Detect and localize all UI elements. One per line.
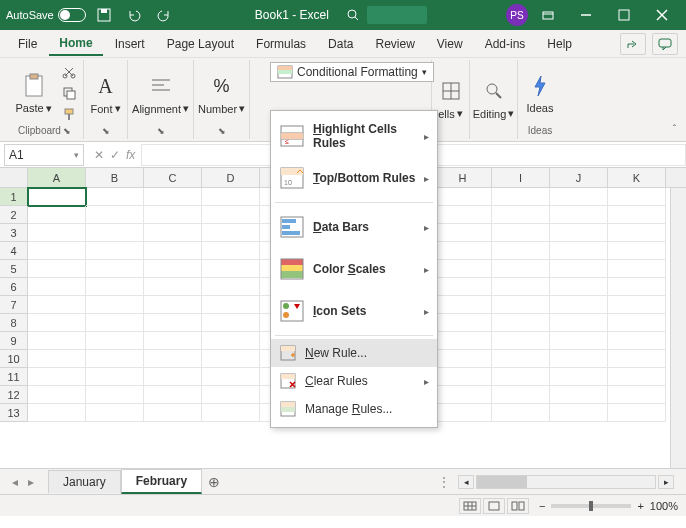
column-header[interactable]: D — [202, 168, 260, 187]
cell[interactable] — [608, 404, 666, 422]
cell[interactable] — [28, 314, 86, 332]
cell[interactable] — [28, 296, 86, 314]
cell[interactable] — [608, 332, 666, 350]
cell[interactable] — [550, 368, 608, 386]
cell[interactable] — [550, 206, 608, 224]
cell[interactable] — [608, 350, 666, 368]
cell[interactable] — [86, 260, 144, 278]
cell[interactable] — [550, 242, 608, 260]
cell[interactable] — [434, 296, 492, 314]
horizontal-scrollbar[interactable] — [476, 475, 656, 489]
search-input[interactable] — [367, 6, 427, 24]
cell[interactable] — [492, 404, 550, 422]
row-header[interactable]: 5 — [0, 260, 28, 278]
sheet-tab-january[interactable]: January — [48, 470, 121, 493]
cell[interactable] — [144, 314, 202, 332]
autosave-toggle[interactable]: AutoSave — [6, 8, 86, 22]
font-group-button[interactable]: AFont▾ — [87, 70, 125, 117]
toggle-off-icon[interactable] — [58, 8, 86, 22]
cell[interactable] — [28, 260, 86, 278]
cell[interactable] — [144, 386, 202, 404]
cell[interactable] — [550, 386, 608, 404]
cell[interactable] — [434, 404, 492, 422]
cell[interactable] — [144, 404, 202, 422]
cell[interactable] — [144, 350, 202, 368]
column-header[interactable]: H — [434, 168, 492, 187]
comments-icon[interactable] — [652, 33, 678, 55]
cell[interactable] — [434, 242, 492, 260]
cell[interactable] — [202, 314, 260, 332]
row-header[interactable]: 1 — [0, 188, 28, 206]
cell[interactable] — [86, 386, 144, 404]
row-header[interactable]: 13 — [0, 404, 28, 422]
redo-icon[interactable] — [152, 3, 176, 27]
cell[interactable] — [492, 260, 550, 278]
cell[interactable] — [28, 188, 86, 206]
cell[interactable] — [28, 368, 86, 386]
cell[interactable] — [28, 242, 86, 260]
cell[interactable] — [434, 350, 492, 368]
cell[interactable] — [608, 242, 666, 260]
cell[interactable] — [202, 224, 260, 242]
cut-icon[interactable] — [60, 63, 78, 81]
cell[interactable] — [202, 350, 260, 368]
cell[interactable] — [202, 242, 260, 260]
menu-addins[interactable]: Add-ins — [475, 33, 536, 55]
ideas-button[interactable]: Ideas — [522, 70, 558, 116]
cell[interactable] — [434, 368, 492, 386]
cell[interactable] — [202, 368, 260, 386]
cell[interactable] — [550, 188, 608, 206]
share-icon[interactable] — [620, 33, 646, 55]
cell[interactable] — [434, 386, 492, 404]
page-layout-view-icon[interactable] — [483, 498, 505, 514]
dialog-launcher-icon[interactable]: ⬊ — [102, 126, 110, 136]
cell[interactable] — [86, 404, 144, 422]
cell[interactable] — [608, 314, 666, 332]
cell[interactable] — [434, 260, 492, 278]
row-header[interactable]: 9 — [0, 332, 28, 350]
zoom-level[interactable]: 100% — [650, 500, 678, 512]
cell[interactable] — [492, 368, 550, 386]
menu-view[interactable]: View — [427, 33, 473, 55]
cell[interactable] — [144, 206, 202, 224]
cell[interactable] — [144, 296, 202, 314]
cell[interactable] — [550, 224, 608, 242]
minimize-icon[interactable] — [568, 0, 604, 30]
cell[interactable] — [202, 296, 260, 314]
cell[interactable] — [492, 188, 550, 206]
cell[interactable] — [28, 350, 86, 368]
cell[interactable] — [86, 368, 144, 386]
cell[interactable] — [28, 224, 86, 242]
paste-button[interactable]: Paste▾ — [11, 70, 55, 117]
scroll-left-icon[interactable]: ◂ — [458, 475, 474, 489]
chevron-down-icon[interactable]: ▾ — [74, 150, 79, 160]
menu-data[interactable]: Data — [318, 33, 363, 55]
menu-highlight-cells-rules[interactable]: ≤ Highlight Cells Rules ▸ — [271, 115, 437, 157]
column-header[interactable]: B — [86, 168, 144, 187]
menu-color-scales[interactable]: Color Scales ▸ — [271, 248, 437, 290]
sheet-nav-prev-icon[interactable]: ◂ — [12, 475, 26, 489]
cell[interactable] — [144, 224, 202, 242]
row-header[interactable]: 10 — [0, 350, 28, 368]
save-icon[interactable] — [92, 3, 116, 27]
row-header[interactable]: 2 — [0, 206, 28, 224]
cell[interactable] — [202, 278, 260, 296]
cell[interactable] — [608, 296, 666, 314]
copy-icon[interactable] — [60, 84, 78, 102]
cell[interactable] — [144, 188, 202, 206]
cell[interactable] — [434, 314, 492, 332]
zoom-slider[interactable] — [551, 504, 631, 508]
ribbon-display-icon[interactable] — [530, 0, 566, 30]
name-box[interactable]: A1▾ — [4, 144, 84, 166]
cell[interactable] — [144, 260, 202, 278]
cell[interactable] — [28, 404, 86, 422]
cell[interactable] — [28, 278, 86, 296]
row-header[interactable]: 4 — [0, 242, 28, 260]
cell[interactable] — [492, 386, 550, 404]
select-all-corner[interactable] — [0, 168, 28, 187]
cell[interactable] — [608, 278, 666, 296]
user-avatar[interactable]: PS — [506, 4, 528, 26]
menu-review[interactable]: Review — [365, 33, 424, 55]
cell[interactable] — [608, 206, 666, 224]
format-painter-icon[interactable] — [60, 105, 78, 123]
